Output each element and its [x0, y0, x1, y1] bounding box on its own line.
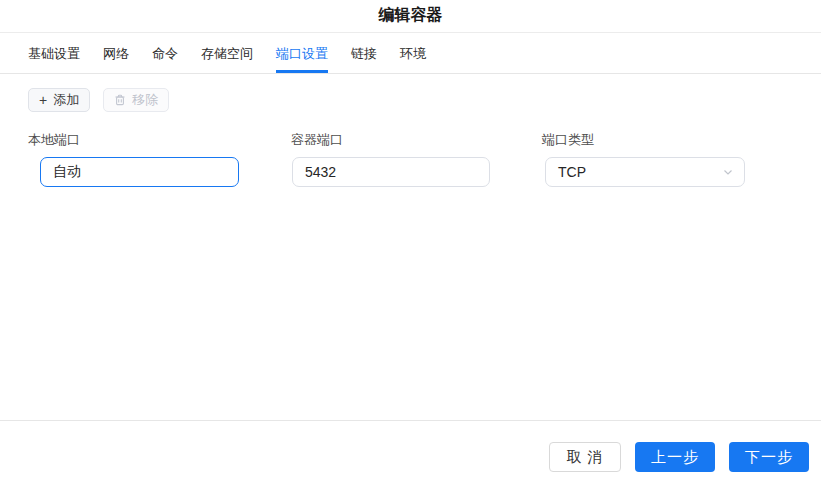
add-port-button[interactable]: + 添加 — [28, 88, 90, 112]
tab-storage[interactable]: 存储空间 — [201, 33, 253, 73]
tabs-bar: 基础设置 网络 命令 存储空间 端口设置 链接 环境 — [0, 33, 821, 74]
remove-button-label: 移除 — [132, 91, 158, 109]
tab-command[interactable]: 命令 — [152, 33, 178, 73]
port-type-select[interactable]: TCP — [545, 157, 745, 187]
container-port-label: 容器端口 — [291, 131, 343, 149]
next-step-button[interactable]: 下一步 — [729, 442, 809, 472]
local-port-label: 本地端口 — [28, 131, 80, 149]
port-type-value: TCP — [558, 164, 586, 180]
previous-step-button[interactable]: 上一步 — [635, 442, 715, 472]
chevron-down-icon — [722, 166, 734, 178]
edit-container-dialog: 编辑容器 基础设置 网络 命令 存储空间 端口设置 链接 环境 + 添加 移除 — [0, 0, 821, 483]
tab-port-settings[interactable]: 端口设置 — [276, 33, 328, 73]
add-button-label: 添加 — [53, 91, 79, 109]
tab-basic-settings[interactable]: 基础设置 — [28, 33, 80, 73]
trash-icon — [114, 94, 126, 106]
tab-environment[interactable]: 环境 — [400, 33, 426, 73]
port-toolbar: + 添加 移除 — [28, 88, 169, 112]
plus-icon: + — [39, 93, 47, 107]
remove-port-button[interactable]: 移除 — [103, 88, 169, 112]
tab-network[interactable]: 网络 — [103, 33, 129, 73]
footer-divider — [0, 420, 821, 421]
tab-links[interactable]: 链接 — [351, 33, 377, 73]
cancel-button[interactable]: 取 消 — [549, 442, 621, 472]
container-port-input[interactable] — [292, 157, 490, 187]
local-port-input[interactable] — [40, 157, 239, 187]
port-type-label: 端口类型 — [542, 131, 594, 149]
dialog-title: 编辑容器 — [0, 0, 821, 32]
